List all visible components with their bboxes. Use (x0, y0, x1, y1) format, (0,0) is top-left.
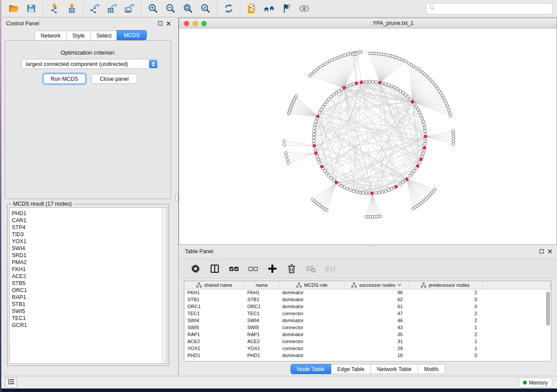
mcds-node-item[interactable]: TID3 (12, 231, 166, 238)
cytoscape-app-window: Control Panel NetworkStyleSelectMCDS Opt… (1, 0, 557, 389)
settings-gear-icon[interactable] (188, 262, 203, 275)
mcds-result-list[interactable]: PHD1CAR1STP4TID3YOX1SWI4SRD1PMA2FKH1ACE2… (9, 207, 167, 364)
table-row[interactable]: FKH1FKH1dominator962 (184, 289, 551, 296)
save-session-icon[interactable] (24, 2, 38, 15)
tab-node-table[interactable]: Node Table (291, 364, 331, 374)
zoom-selected-icon[interactable] (198, 2, 213, 15)
table-toolbar: f(x) (179, 258, 557, 279)
table-row[interactable]: TEC1TEC1connector472 (184, 310, 551, 317)
columns-icon[interactable] (207, 262, 222, 275)
mcds-node-item[interactable]: GCR1 (12, 322, 166, 329)
mcds-node-item[interactable]: PHD1 (12, 210, 166, 217)
toolbar-separator (42, 3, 43, 15)
search-input[interactable] (436, 6, 550, 12)
mcds-node-item[interactable]: STB5 (12, 280, 166, 287)
minimize-window-icon[interactable] (193, 21, 198, 26)
show-all-icon[interactable] (297, 2, 311, 15)
memory-button[interactable]: Memory (519, 378, 552, 388)
add-row-icon[interactable] (265, 262, 280, 275)
network-graph[interactable] (179, 28, 557, 244)
mcds-node-item[interactable]: SRD1 (12, 252, 166, 259)
open-file-icon[interactable] (6, 2, 21, 15)
task-history-button[interactable] (5, 378, 17, 388)
table-row[interactable]: ACE2ACE2connector311 (184, 338, 551, 345)
tab-style[interactable]: Style (67, 31, 91, 41)
mcds-node-item[interactable]: STP4 (12, 224, 166, 231)
close-window-icon[interactable] (184, 21, 189, 26)
table-panel-title: Table Panel (185, 248, 213, 254)
network-view-window: YPA_prune.txt_1 (179, 18, 557, 245)
column-header[interactable]: name (244, 281, 279, 289)
horizontal-splitter-handle[interactable] (368, 244, 374, 246)
table-scrollbar[interactable] (546, 290, 550, 360)
column-header[interactable]: MCDS role (279, 281, 345, 289)
refresh-view-icon[interactable] (221, 2, 236, 15)
table-row[interactable]: YOX1YOX1connector291 (184, 345, 551, 352)
splitter-handle[interactable] (175, 194, 178, 201)
tab-select[interactable]: Select (91, 31, 118, 41)
tab-network-table[interactable]: Network Table (371, 364, 418, 374)
tab-motifs[interactable]: Motifs (418, 364, 445, 374)
table-row[interactable]: RAP1RAP1dominator352 (184, 331, 551, 338)
vertical-splitter[interactable] (175, 18, 179, 376)
control-panel-title: Control Panel (6, 21, 39, 27)
mcds-node-item[interactable]: ACE2 (12, 273, 166, 280)
table-panel: Table Panel f(x) shared namenameMCDS rol… (179, 246, 557, 376)
tab-mcds[interactable]: MCDS (117, 30, 147, 40)
toolbar-separator (141, 3, 142, 15)
criterion-dropdown[interactable]: largest connected component (undirected) (21, 59, 158, 69)
tab-edge-table[interactable]: Edge Table (331, 364, 371, 374)
mcds-node-item[interactable]: YOX1 (12, 238, 166, 245)
delete-row-icon[interactable] (284, 262, 299, 275)
search-box[interactable] (426, 3, 553, 14)
network-window-titlebar[interactable]: YPA_prune.txt_1 (179, 18, 557, 28)
close-panel-button[interactable]: Close panel (91, 74, 137, 84)
mcds-node-item[interactable]: SWI4 (12, 245, 166, 252)
column-header[interactable]: shared name (184, 281, 244, 289)
mcds-node-item[interactable]: FKH1 (12, 266, 166, 273)
deselect-all-icon[interactable] (246, 262, 260, 275)
network-canvas[interactable] (179, 28, 557, 244)
run-mcds-button[interactable]: Run MCDS (43, 74, 86, 84)
mcds-node-item[interactable]: ORC1 (12, 287, 166, 294)
zoom-fit-icon[interactable] (180, 2, 195, 15)
column-header[interactable]: successor nodes (345, 281, 408, 289)
export-image-icon[interactable] (122, 2, 137, 15)
import-table-icon[interactable] (64, 2, 79, 15)
mcds-node-item[interactable]: TEC1 (12, 315, 166, 322)
select-all-icon[interactable] (226, 262, 241, 275)
toolbar-separator (217, 3, 217, 15)
mcds-node-item[interactable]: SWI5 (12, 308, 166, 315)
table-row[interactable]: STB1STB1dominator620 (184, 296, 551, 303)
zoom-in-icon[interactable] (145, 2, 160, 15)
table-scrollbar-thumb[interactable] (546, 292, 550, 326)
node-table[interactable]: shared namenameMCDS rolesuccessor nodesp… (184, 281, 551, 361)
table-row[interactable]: SWI5SWI5connector431 (184, 324, 551, 331)
table-row[interactable]: PHD1PHD1dominator180 (184, 352, 551, 359)
mcds-node-item[interactable]: RAP1 (12, 294, 166, 301)
export-table-icon[interactable] (105, 2, 120, 15)
mcds-node-item[interactable]: CAR1 (12, 217, 166, 224)
tab-network[interactable]: Network (35, 31, 67, 41)
network-window-title: YPA_prune.txt_1 (204, 20, 557, 26)
control-panel-header: Control Panel (1, 18, 175, 29)
table-row[interactable]: SWI4SWI4dominator462 (184, 317, 551, 324)
zoom-out-icon[interactable] (163, 2, 178, 15)
network-from-selection-icon[interactable] (244, 2, 259, 15)
export-network-icon[interactable] (87, 2, 102, 15)
float-panel-icon[interactable] (158, 20, 163, 28)
close-panel-icon[interactable] (547, 248, 553, 256)
mcds-list-scrollbar[interactable] (162, 208, 166, 363)
float-panel-icon[interactable] (539, 248, 544, 256)
first-neighbors-icon[interactable] (262, 2, 277, 15)
table-row[interactable]: ORC1ORC1dominator610 (184, 303, 551, 310)
memory-status-icon (523, 381, 527, 385)
hide-selected-icon[interactable] (279, 2, 294, 15)
mcds-node-item[interactable]: PMA2 (12, 259, 166, 266)
table-tabs: Node TableEdge TableNetwork TableMotifs (179, 364, 557, 374)
column-header[interactable]: predecessor nodes (408, 281, 482, 289)
mcds-node-item[interactable]: STB1 (12, 301, 166, 308)
import-network-icon[interactable] (47, 2, 62, 15)
toolbar-separator (240, 3, 240, 15)
close-panel-icon[interactable] (166, 20, 171, 28)
